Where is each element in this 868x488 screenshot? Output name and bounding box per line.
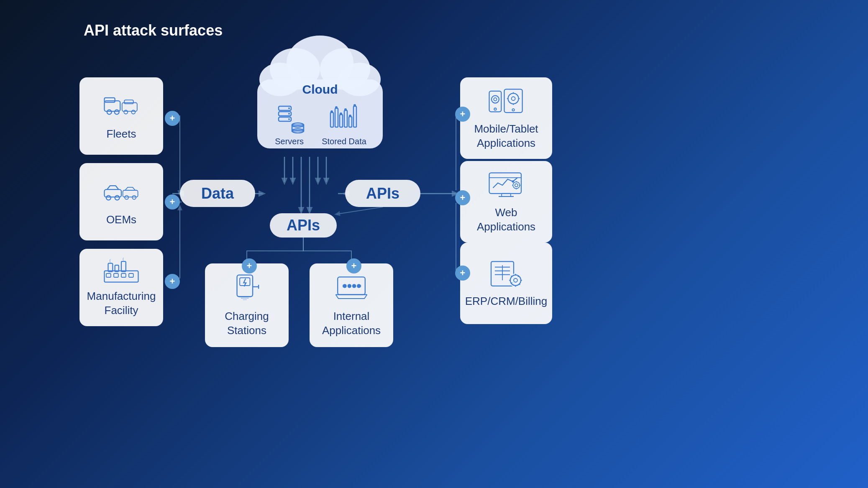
pill-data: Data: [180, 180, 255, 207]
pill-apis-bottom: APIs: [270, 213, 337, 238]
svg-point-24: [288, 118, 290, 120]
svg-point-54: [132, 196, 136, 199]
diagram-lines: [0, 0, 868, 488]
svg-point-39: [349, 115, 351, 117]
web-label: Web Applications: [466, 206, 546, 234]
svg-point-68: [512, 109, 514, 111]
card-charging: ChargingStations: [205, 263, 289, 347]
server-icon: [274, 104, 305, 133]
svg-point-43: [107, 110, 112, 115]
plus-web: +: [455, 190, 470, 205]
mobile-label: Mobile/TabletApplications: [474, 122, 538, 151]
oems-label: OEMs: [106, 213, 136, 227]
card-manufacturing: ManufacturingFacility: [79, 249, 163, 326]
svg-rect-61: [121, 273, 126, 277]
pill-data-label: Data: [201, 185, 234, 202]
erp-icon: [487, 258, 525, 289]
card-mobile: Mobile/TabletApplications: [460, 77, 552, 159]
pill-apis-center: APIs: [345, 180, 420, 207]
plus-erp: +: [455, 266, 470, 281]
svg-point-51: [115, 196, 120, 200]
plus-oems: +: [165, 194, 180, 210]
erp-label: ERP/CRM/Billing: [465, 294, 548, 309]
svg-rect-30: [335, 108, 338, 127]
svg-point-91: [509, 273, 522, 287]
svg-rect-58: [121, 261, 126, 271]
svg-point-50: [106, 196, 111, 200]
cloud-container: Cloud Servers: [232, 25, 408, 159]
card-web: Web Applications: [460, 161, 552, 243]
svg-point-53: [125, 196, 128, 199]
plus-internal: +: [346, 258, 361, 273]
charging-label: ChargingStations: [225, 309, 269, 338]
svg-rect-32: [344, 110, 347, 127]
cloud-item-servers: Servers: [274, 104, 305, 146]
svg-point-36: [335, 106, 338, 109]
svg-point-35: [330, 110, 333, 113]
cloud-label: Cloud: [302, 82, 338, 97]
svg-rect-42: [105, 98, 115, 102]
svg-rect-62: [129, 273, 133, 277]
svg-point-70: [512, 97, 515, 100]
svg-rect-60: [114, 273, 118, 277]
svg-point-66: [494, 98, 497, 101]
page-title: API attack surfaces: [84, 22, 223, 39]
svg-point-44: [115, 110, 119, 115]
fleets-label: Fleets: [107, 127, 136, 141]
svg-point-80: [513, 182, 520, 189]
svg-rect-63: [489, 91, 502, 112]
svg-rect-46: [124, 100, 133, 104]
cloud-inner: Cloud Servers: [232, 78, 408, 159]
svg-point-23: [288, 113, 290, 115]
stored-data-icon: [328, 104, 360, 133]
svg-point-40: [353, 104, 356, 107]
internal-icon: ✱ ✱ ✱ ✱: [333, 273, 370, 304]
card-erp: ERP/CRM/Billing: [460, 243, 552, 324]
manufacturing-label: ManufacturingFacility: [87, 289, 156, 318]
internal-label: InternalApplications: [322, 309, 381, 338]
plus-charging: +: [242, 258, 257, 273]
svg-point-38: [344, 108, 347, 111]
svg-rect-34: [353, 106, 356, 127]
svg-point-37: [340, 112, 342, 115]
web-icon: [487, 169, 525, 201]
svg-rect-59: [106, 273, 111, 277]
manufacturing-icon: [102, 257, 140, 284]
svg-point-47: [124, 110, 128, 114]
svg-point-22: [288, 107, 290, 109]
card-fleets: Fleets: [79, 77, 163, 155]
svg-rect-29: [330, 112, 333, 127]
svg-point-69: [508, 93, 519, 104]
svg-point-64: [494, 108, 496, 110]
svg-text:✱ ✱ ✱ ✱: ✱ ✱ ✱ ✱: [342, 283, 361, 288]
oems-icon: [102, 176, 140, 208]
servers-label: Servers: [275, 137, 304, 146]
svg-point-28: [292, 126, 304, 130]
stored-data-label: Stored Data: [322, 137, 366, 146]
plus-manufacturing: +: [165, 274, 180, 289]
svg-point-65: [492, 96, 499, 103]
card-internal: ✱ ✱ ✱ ✱ InternalApplications: [310, 263, 393, 347]
charging-icon: [228, 273, 266, 304]
pill-apis-bottom-label: APIs: [287, 217, 320, 234]
mobile-icon: [487, 86, 525, 117]
svg-rect-56: [108, 263, 113, 272]
svg-line-12: [337, 207, 383, 214]
svg-point-79: [512, 180, 514, 182]
cloud-icons-row: Servers: [274, 104, 366, 146]
plus-mobile: +: [455, 107, 470, 122]
cloud-item-stored-data: Stored Data: [322, 104, 366, 146]
card-oems: OEMs: [79, 163, 163, 240]
svg-rect-33: [349, 117, 352, 127]
fleets-icon: [102, 91, 140, 122]
svg-point-48: [131, 110, 135, 114]
svg-rect-31: [340, 115, 343, 127]
svg-point-81: [515, 184, 518, 187]
pill-apis-center-label: APIs: [366, 185, 399, 202]
svg-rect-75: [489, 173, 522, 194]
plus-fleets: +: [165, 111, 180, 126]
